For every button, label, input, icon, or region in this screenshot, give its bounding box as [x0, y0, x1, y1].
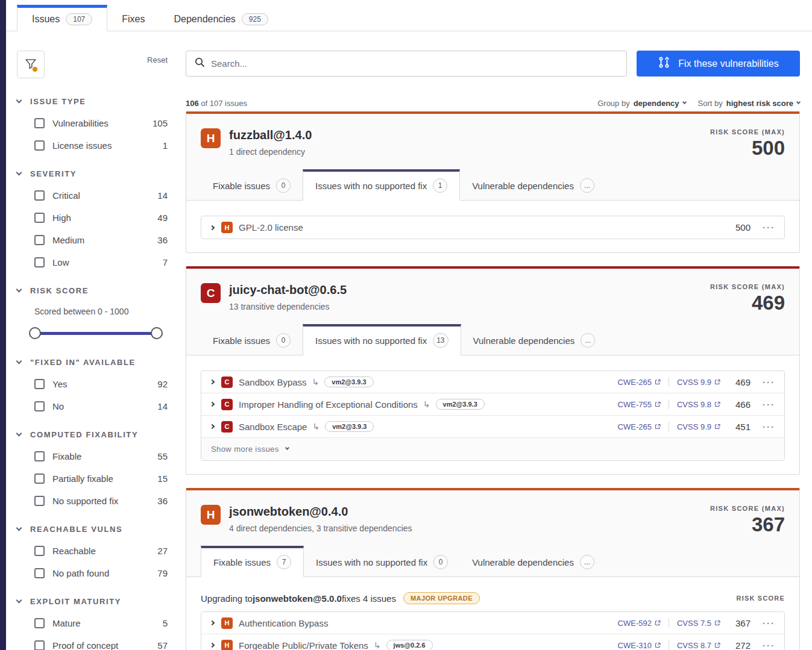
section-header[interactable]: SEVERITY: [17, 169, 168, 178]
tab-fixable-issues[interactable]: Fixable issues 7: [201, 546, 304, 577]
filter-toggle-button[interactable]: [17, 51, 45, 78]
group-by-label: Group by: [597, 99, 629, 108]
issue-row-sandbox-bypass[interactable]: C Sandbox Bypass ↳ vm2@3.9.3 CWE-265 CVS…: [201, 371, 784, 393]
checkbox[interactable]: [34, 190, 45, 201]
tab-no-supported-fix[interactable]: Issues with no supported fix 1: [303, 169, 460, 201]
overflow-menu-icon[interactable]: ···: [763, 222, 775, 233]
show-more-issues[interactable]: Show more issues: [201, 438, 784, 460]
checkbox[interactable]: [34, 568, 45, 578]
tab-vulnerable-dependencies[interactable]: Vulnerable dependencies ...: [460, 546, 606, 577]
section-title: SEVERITY: [30, 169, 77, 178]
filter-item-no-path-found[interactable]: No path found 79: [34, 568, 168, 578]
issue-row-improper-handling[interactable]: C Improper Handling of Exceptional Condi…: [201, 393, 784, 416]
cwe-link[interactable]: CWE-592: [618, 619, 661, 628]
filter-item-proof-of-concept[interactable]: Proof of concept 57: [34, 640, 168, 650]
checkbox[interactable]: [34, 118, 45, 128]
section-header[interactable]: "FIXED IN" AVAILABLE: [17, 358, 168, 367]
tab-fixable-issues[interactable]: Fixable issues 0: [201, 324, 303, 355]
tab-vulnerable-dependencies[interactable]: Vulnerable dependencies ...: [460, 169, 606, 200]
filter-item-yes[interactable]: Yes 92: [34, 379, 168, 389]
section-header[interactable]: RISK SCORE: [17, 286, 168, 295]
filter-section-issue-type: ISSUE TYPE Vulnerabilities 105 License i…: [17, 97, 168, 151]
checkbox[interactable]: [34, 257, 45, 267]
filter-item-mature[interactable]: Mature 5: [34, 618, 168, 628]
filter-item-no[interactable]: No 14: [34, 401, 168, 411]
section-title: ISSUE TYPE: [30, 97, 86, 106]
package-subtitle: 1 direct dependency: [229, 147, 312, 157]
checkbox[interactable]: [34, 640, 45, 650]
overflow-menu-icon[interactable]: ···: [763, 399, 775, 410]
filter-item-license-issues[interactable]: License issues 1: [34, 140, 168, 151]
tab-label: Fixable issues: [213, 336, 270, 346]
cvss-link[interactable]: CVSS 9.9: [677, 422, 720, 431]
tab-issues[interactable]: Issues 107: [17, 5, 107, 31]
section-header[interactable]: COMPUTED FIXABILITY: [17, 430, 168, 439]
cvss-link[interactable]: CVSS 8.7: [677, 641, 720, 650]
filter-item-partially-fixable[interactable]: Partially fixable 15: [34, 473, 168, 484]
overflow-menu-icon[interactable]: ···: [763, 618, 775, 628]
reset-filters-link[interactable]: Reset: [147, 55, 168, 64]
checkbox[interactable]: [34, 473, 45, 484]
tab-fixes[interactable]: Fixes: [107, 5, 159, 31]
cwe-label: CWE-265: [618, 422, 652, 431]
issue-row-authentication-bypass[interactable]: H Authentication Bypass CWE-592 CVSS 7.5…: [201, 612, 784, 634]
issue-row-gpl-license[interactable]: H GPL-2.0 license 500 ···: [201, 216, 784, 239]
overflow-menu-icon[interactable]: ···: [763, 377, 775, 387]
checkbox[interactable]: [34, 213, 45, 223]
issue-row-forgeable-tokens[interactable]: H Forgeable Public/Private Tokens ↳ jws@…: [201, 634, 784, 650]
filter-item-vulnerabilities[interactable]: Vulnerabilities 105: [34, 118, 168, 128]
overflow-menu-icon[interactable]: ···: [763, 422, 775, 432]
filter-item-fixable[interactable]: Fixable 55: [34, 451, 168, 461]
chevron-right-icon[interactable]: [210, 380, 215, 384]
section-header[interactable]: EXPLOIT MATURITY: [17, 597, 168, 606]
search-input[interactable]: [211, 58, 618, 69]
checkbox[interactable]: [34, 618, 45, 628]
chevron-right-icon[interactable]: [210, 225, 215, 230]
issue-row-sandbox-escape[interactable]: C Sandbox Escape ↳ vm2@3.9.3 CWE-265 CVS…: [201, 416, 784, 438]
cwe-link[interactable]: CWE-265: [618, 422, 661, 431]
filter-item-reachable[interactable]: Reachable 27: [34, 546, 168, 556]
chevron-right-icon[interactable]: [210, 424, 215, 429]
filter-item-no-supported-fix[interactable]: No supported fix 36: [34, 496, 168, 506]
checkbox[interactable]: [34, 379, 45, 389]
cwe-link[interactable]: CWE-755: [618, 400, 661, 409]
external-link-icon: [655, 620, 661, 626]
checkbox[interactable]: [34, 235, 45, 245]
risk-score-slider[interactable]: [29, 327, 163, 339]
slider-handle-max[interactable]: [151, 327, 163, 339]
checkbox[interactable]: [34, 451, 45, 461]
section-header[interactable]: ISSUE TYPE: [17, 97, 168, 106]
divider: [669, 618, 669, 628]
section-header[interactable]: REACHABLE VULNS: [17, 525, 168, 534]
chevron-right-icon[interactable]: [210, 643, 215, 648]
checkbox[interactable]: [34, 401, 45, 411]
group-by-dropdown[interactable]: Group by dependency: [597, 99, 685, 108]
cwe-link[interactable]: CWE-310: [618, 641, 661, 650]
filter-item-high[interactable]: High 49: [34, 213, 168, 223]
tab-fixable-issues[interactable]: Fixable issues 0: [201, 169, 303, 200]
filter-item-medium[interactable]: Medium 36: [34, 235, 168, 245]
cvss-link[interactable]: CVSS 7.5: [677, 619, 720, 628]
checkbox[interactable]: [34, 546, 45, 556]
sort-by-dropdown[interactable]: Sort by highest risk score: [698, 99, 800, 108]
cvss-link[interactable]: CVSS 9.9: [677, 378, 720, 387]
external-link-icon: [714, 379, 720, 385]
checkbox[interactable]: [34, 140, 45, 151]
chevron-down-icon: [796, 100, 801, 104]
tab-no-supported-fix[interactable]: Issues with no supported fix 0: [304, 546, 460, 577]
tab-no-supported-fix[interactable]: Issues with no supported fix 13: [303, 324, 461, 355]
overflow-menu-icon[interactable]: ···: [763, 640, 775, 650]
chevron-right-icon[interactable]: [210, 620, 215, 625]
slider-handle-min[interactable]: [29, 327, 41, 339]
fix-vulnerabilities-button[interactable]: Fix these vulnerabilities: [637, 51, 800, 77]
filter-item-low[interactable]: Low 7: [34, 257, 168, 267]
tab-vulnerable-dependencies[interactable]: Vulnerable dependencies ...: [461, 324, 608, 355]
cwe-link[interactable]: CWE-265: [618, 378, 661, 387]
filter-item-critical[interactable]: Critical 14: [34, 190, 168, 201]
checkbox[interactable]: [34, 496, 45, 506]
upgrade-package: jsonwebtoken@5.0.0: [253, 593, 342, 604]
chevron-right-icon[interactable]: [210, 402, 215, 407]
cvss-link[interactable]: CVSS 9.8: [677, 400, 720, 409]
tab-dependencies[interactable]: Dependencies 925: [160, 5, 283, 31]
search-box[interactable]: [186, 51, 627, 77]
